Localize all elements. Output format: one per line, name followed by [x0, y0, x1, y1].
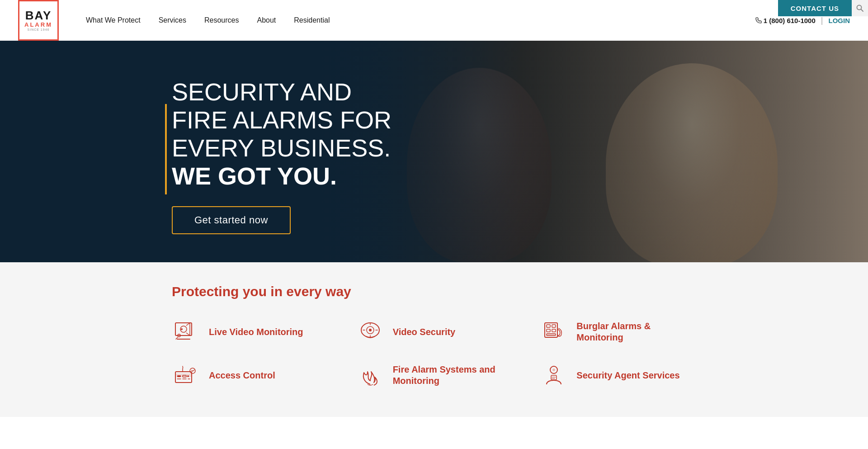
nav-item-residential[interactable]: Residential	[294, 16, 330, 24]
service-access-control[interactable]: Access Control	[172, 361, 329, 390]
contact-us-button[interactable]: CONTACT US	[778, 0, 852, 16]
service-burglar-alarm-label: Burglar Alarms & Monitoring	[576, 321, 696, 343]
video-security-icon	[356, 317, 385, 346]
svg-rect-2	[175, 323, 192, 336]
service-burglar-alarm[interactable]: Burglar Alarms & Monitoring	[539, 317, 696, 346]
service-live-video-label: Live Video Monitoring	[209, 326, 303, 338]
phone-number[interactable]: 1 (800) 610-1000	[755, 17, 816, 24]
svg-rect-10	[547, 325, 550, 327]
svg-rect-17	[177, 375, 181, 377]
logo-bay: BAY	[25, 9, 52, 21]
svg-rect-12	[552, 325, 556, 327]
service-fire-alarm-label: Fire Alarm Systems and Monitoring	[393, 364, 513, 387]
security-agent-icon	[539, 361, 568, 390]
svg-rect-14	[547, 334, 556, 336]
main-nav: What We Protect Services Resources About…	[86, 16, 755, 24]
get-started-button[interactable]: Get started now	[172, 206, 291, 234]
service-security-agent-label: Security Agent Services	[576, 370, 679, 381]
service-video-security-label: Video Security	[393, 326, 456, 338]
nav-item-what-we-protect[interactable]: What We Protect	[86, 16, 141, 24]
service-security-agent[interactable]: Security Agent Services	[539, 361, 696, 390]
svg-point-23	[552, 369, 555, 371]
service-fire-alarm[interactable]: Fire Alarm Systems and Monitoring	[356, 361, 513, 390]
services-grid: Live Video Monitoring Video Security	[172, 317, 696, 390]
divider: |	[821, 16, 823, 25]
burglar-alarm-icon	[539, 317, 568, 346]
nav-item-about[interactable]: About	[257, 16, 276, 24]
service-access-control-label: Access Control	[209, 370, 275, 381]
service-video-security[interactable]: Video Security	[356, 317, 513, 346]
login-link[interactable]: LOGIN	[829, 17, 850, 24]
logo-alarm: ALARM	[24, 21, 52, 28]
hero-section: SECURITY AND FIRE ALARMS FOR EVERY BUSIN…	[0, 41, 868, 262]
svg-point-4	[181, 328, 183, 330]
svg-point-19	[187, 375, 189, 377]
search-icon	[856, 4, 864, 12]
access-control-icon	[172, 361, 201, 390]
hero-title-bold: WE GOT YOU.	[172, 162, 337, 189]
services-section: Protecting you in every way Live Video M…	[0, 262, 868, 417]
header-right: 1 (800) 610-1000 | LOGIN	[755, 16, 850, 25]
svg-rect-11	[547, 329, 550, 332]
header: CONTACT US BAY ALARM SINCE 1946 What We …	[0, 0, 868, 41]
svg-line-1	[861, 9, 863, 12]
svg-rect-13	[552, 329, 556, 332]
hero-content: SECURITY AND FIRE ALARMS FOR EVERY BUSIN…	[0, 69, 392, 234]
fire-alarm-icon	[356, 361, 385, 390]
header-top-bar: CONTACT US	[778, 0, 868, 16]
service-live-video[interactable]: Live Video Monitoring	[172, 317, 329, 346]
video-monitoring-icon	[172, 317, 201, 346]
nav-item-resources[interactable]: Resources	[204, 16, 239, 24]
search-button[interactable]	[852, 0, 868, 16]
logo[interactable]: BAY ALARM SINCE 1946	[18, 0, 59, 41]
svg-point-8	[369, 329, 372, 331]
hero-title: SECURITY AND FIRE ALARMS FOR EVERY BUSIN…	[172, 78, 392, 190]
svg-rect-22	[551, 375, 557, 380]
phone-icon	[755, 17, 762, 24]
services-title: Protecting you in every way	[172, 284, 696, 299]
logo-since: SINCE 1946	[28, 28, 50, 31]
nav-item-services[interactable]: Services	[159, 16, 186, 24]
